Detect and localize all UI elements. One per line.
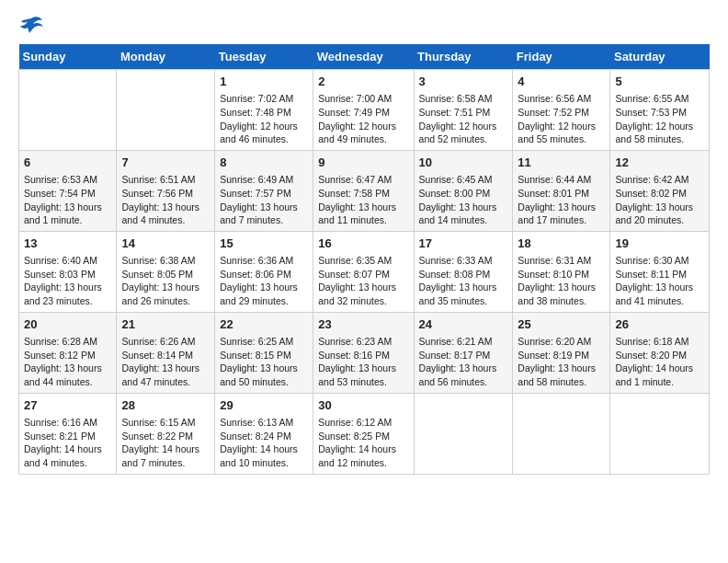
calendar-cell [19,70,117,151]
calendar-cell: 11Sunrise: 6:44 AM Sunset: 8:01 PM Dayli… [513,150,610,231]
page-header [18,15,710,35]
day-number: 18 [518,236,605,252]
day-number: 6 [24,155,111,171]
day-number: 28 [121,397,210,414]
calendar-cell: 6Sunrise: 6:53 AM Sunset: 7:54 PM Daylig… [19,150,117,231]
calendar-cell: 1Sunrise: 7:02 AM Sunset: 7:48 PM Daylig… [215,70,313,151]
calendar-cell: 9Sunrise: 6:47 AM Sunset: 7:58 PM Daylig… [313,150,414,231]
day-info: Sunrise: 6:23 AM Sunset: 8:16 PM Dayligh… [318,335,408,389]
calendar-cell: 16Sunrise: 6:35 AM Sunset: 8:07 PM Dayli… [313,231,414,312]
calendar-cell [610,393,710,474]
calendar-cell: 5Sunrise: 6:55 AM Sunset: 7:53 PM Daylig… [610,70,710,151]
day-info: Sunrise: 6:25 AM Sunset: 8:15 PM Dayligh… [220,335,308,389]
day-number: 4 [518,74,605,90]
calendar-cell: 23Sunrise: 6:23 AM Sunset: 8:16 PM Dayli… [313,312,414,393]
day-number: 29 [220,397,308,414]
day-info: Sunrise: 6:56 AM Sunset: 7:52 PM Dayligh… [518,92,605,146]
day-number: 10 [419,155,508,171]
day-info: Sunrise: 6:44 AM Sunset: 8:01 PM Dayligh… [518,173,605,227]
calendar-cell: 29Sunrise: 6:13 AM Sunset: 8:24 PM Dayli… [215,393,313,474]
calendar-cell: 12Sunrise: 6:42 AM Sunset: 8:02 PM Dayli… [610,150,710,231]
weekday-header-wednesday: Wednesday [313,44,414,70]
calendar-cell: 27Sunrise: 6:16 AM Sunset: 8:21 PM Dayli… [19,393,117,474]
calendar-cell: 24Sunrise: 6:21 AM Sunset: 8:17 PM Dayli… [414,312,513,393]
weekday-header-thursday: Thursday [414,44,513,70]
day-info: Sunrise: 6:28 AM Sunset: 8:12 PM Dayligh… [24,335,111,389]
day-number: 15 [220,236,308,252]
day-number: 9 [318,155,408,171]
day-number: 16 [318,236,408,252]
day-number: 25 [518,316,605,333]
calendar-table: SundayMondayTuesdayWednesdayThursdayFrid… [18,44,710,475]
day-number: 22 [220,316,308,333]
calendar-cell: 25Sunrise: 6:20 AM Sunset: 8:19 PM Dayli… [513,312,610,393]
calendar-cell [117,70,215,151]
calendar-cell: 3Sunrise: 6:58 AM Sunset: 7:51 PM Daylig… [414,70,513,151]
day-info: Sunrise: 6:15 AM Sunset: 8:22 PM Dayligh… [121,416,210,470]
calendar-cell: 13Sunrise: 6:40 AM Sunset: 8:03 PM Dayli… [19,231,117,312]
calendar-cell [414,393,513,474]
day-info: Sunrise: 6:36 AM Sunset: 8:06 PM Dayligh… [220,254,308,308]
calendar-week-row: 13Sunrise: 6:40 AM Sunset: 8:03 PM Dayli… [19,231,710,312]
day-info: Sunrise: 6:45 AM Sunset: 8:00 PM Dayligh… [419,173,508,227]
day-number: 13 [24,236,111,252]
calendar-cell: 15Sunrise: 6:36 AM Sunset: 8:06 PM Dayli… [215,231,313,312]
calendar-week-row: 27Sunrise: 6:16 AM Sunset: 8:21 PM Dayli… [19,393,710,474]
day-info: Sunrise: 6:21 AM Sunset: 8:17 PM Dayligh… [419,335,508,389]
day-info: Sunrise: 6:33 AM Sunset: 8:08 PM Dayligh… [419,254,508,308]
calendar-week-row: 6Sunrise: 6:53 AM Sunset: 7:54 PM Daylig… [19,150,710,231]
day-info: Sunrise: 6:12 AM Sunset: 8:25 PM Dayligh… [318,416,408,470]
day-number: 8 [220,155,308,171]
calendar-week-row: 1Sunrise: 7:02 AM Sunset: 7:48 PM Daylig… [19,70,710,151]
calendar-cell: 8Sunrise: 6:49 AM Sunset: 7:57 PM Daylig… [215,150,313,231]
calendar-cell: 21Sunrise: 6:26 AM Sunset: 8:14 PM Dayli… [117,312,215,393]
calendar-cell: 18Sunrise: 6:31 AM Sunset: 8:10 PM Dayli… [513,231,610,312]
day-info: Sunrise: 6:49 AM Sunset: 7:57 PM Dayligh… [220,173,308,227]
day-info: Sunrise: 6:20 AM Sunset: 8:19 PM Dayligh… [518,335,605,389]
calendar-cell: 4Sunrise: 6:56 AM Sunset: 7:52 PM Daylig… [513,70,610,151]
calendar-cell: 17Sunrise: 6:33 AM Sunset: 8:08 PM Dayli… [414,231,513,312]
day-number: 2 [318,74,408,90]
calendar-cell: 22Sunrise: 6:25 AM Sunset: 8:15 PM Dayli… [215,312,313,393]
day-info: Sunrise: 6:35 AM Sunset: 8:07 PM Dayligh… [318,254,408,308]
day-info: Sunrise: 6:13 AM Sunset: 8:24 PM Dayligh… [220,416,308,470]
weekday-header-friday: Friday [513,44,610,70]
day-info: Sunrise: 6:18 AM Sunset: 8:20 PM Dayligh… [615,335,704,389]
weekday-header-row: SundayMondayTuesdayWednesdayThursdayFrid… [19,44,710,70]
day-info: Sunrise: 7:02 AM Sunset: 7:48 PM Dayligh… [220,92,308,146]
weekday-header-monday: Monday [117,44,215,70]
calendar-cell: 19Sunrise: 6:30 AM Sunset: 8:11 PM Dayli… [610,231,710,312]
weekday-header-tuesday: Tuesday [215,44,313,70]
calendar-cell [513,393,610,474]
day-info: Sunrise: 6:40 AM Sunset: 8:03 PM Dayligh… [24,254,111,308]
calendar-cell: 26Sunrise: 6:18 AM Sunset: 8:20 PM Dayli… [610,312,710,393]
logo-bird-icon [18,15,44,35]
day-number: 17 [419,236,508,252]
day-number: 12 [615,155,704,171]
weekday-header-sunday: Sunday [19,44,117,70]
day-info: Sunrise: 6:53 AM Sunset: 7:54 PM Dayligh… [24,173,111,227]
day-number: 20 [24,316,111,333]
day-number: 5 [615,74,704,90]
logo [18,15,48,35]
calendar-cell: 20Sunrise: 6:28 AM Sunset: 8:12 PM Dayli… [19,312,117,393]
calendar-cell: 14Sunrise: 6:38 AM Sunset: 8:05 PM Dayli… [117,231,215,312]
day-info: Sunrise: 6:42 AM Sunset: 8:02 PM Dayligh… [615,173,704,227]
calendar-cell: 10Sunrise: 6:45 AM Sunset: 8:00 PM Dayli… [414,150,513,231]
day-info: Sunrise: 6:55 AM Sunset: 7:53 PM Dayligh… [615,92,704,146]
day-info: Sunrise: 7:00 AM Sunset: 7:49 PM Dayligh… [318,92,408,146]
day-number: 7 [121,155,210,171]
day-info: Sunrise: 6:26 AM Sunset: 8:14 PM Dayligh… [121,335,210,389]
calendar-week-row: 20Sunrise: 6:28 AM Sunset: 8:12 PM Dayli… [19,312,710,393]
day-number: 14 [121,236,210,252]
day-info: Sunrise: 6:31 AM Sunset: 8:10 PM Dayligh… [518,254,605,308]
day-number: 27 [24,397,111,414]
day-info: Sunrise: 6:16 AM Sunset: 8:21 PM Dayligh… [24,416,111,470]
day-number: 1 [220,74,308,90]
day-number: 24 [419,316,508,333]
day-info: Sunrise: 6:51 AM Sunset: 7:56 PM Dayligh… [121,173,210,227]
day-info: Sunrise: 6:58 AM Sunset: 7:51 PM Dayligh… [419,92,508,146]
weekday-header-saturday: Saturday [610,44,710,70]
calendar-cell: 28Sunrise: 6:15 AM Sunset: 8:22 PM Dayli… [117,393,215,474]
day-number: 26 [615,316,704,333]
